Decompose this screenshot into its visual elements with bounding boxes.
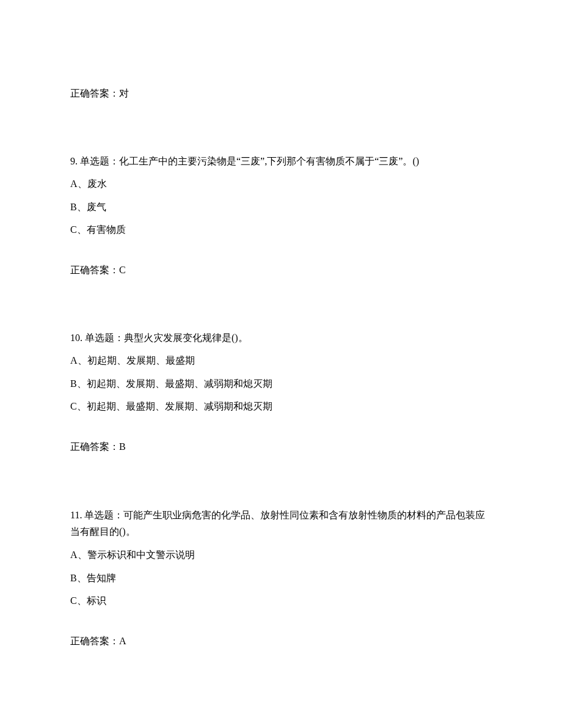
option-label: C、 bbox=[70, 224, 87, 235]
question-type: 单选题： bbox=[84, 510, 123, 520]
answer-value: B bbox=[119, 441, 126, 452]
option-label: A、 bbox=[70, 178, 87, 189]
option-text: 废水 bbox=[87, 178, 107, 189]
option-label: A、 bbox=[70, 355, 87, 366]
question-text: 10. 单选题：典型火灾发展变化规律是()。 bbox=[70, 330, 492, 346]
question-text: 9. 单选题：化工生产中的主要污染物是“三废”,下列那个有害物质不属于“三废”。… bbox=[70, 153, 492, 169]
option-text: 初起期、发展期、最盛期 bbox=[87, 355, 195, 366]
question-11: 11. 单选题：可能产生职业病危害的化学品、放射性同位素和含有放射性物质的材料的… bbox=[70, 507, 492, 649]
option-text: 有害物质 bbox=[87, 224, 126, 235]
question-9: 9. 单选题：化工生产中的主要污染物是“三废”,下列那个有害物质不属于“三废”。… bbox=[70, 153, 492, 278]
correct-answer: 正确答案：C bbox=[70, 262, 492, 278]
option-b: B、告知牌 bbox=[70, 570, 492, 586]
question-type: 单选题： bbox=[80, 156, 119, 166]
option-label: C、 bbox=[70, 401, 87, 411]
option-label: B、 bbox=[70, 202, 87, 212]
option-label: C、 bbox=[70, 595, 87, 606]
option-text: 告知牌 bbox=[87, 573, 116, 583]
question-content: 可能产生职业病危害的化学品、放射性同位素和含有放射性物质的材料的产品包装应当有醒… bbox=[70, 510, 485, 537]
question-content: 典型火灾发展变化规律是()。 bbox=[124, 333, 248, 343]
answer-value: C bbox=[119, 265, 126, 275]
question-number: 9. bbox=[70, 156, 78, 166]
option-text: 初起期、发展期、最盛期、减弱期和熄灭期 bbox=[87, 378, 272, 389]
question-content: 化工生产中的主要污染物是“三废”,下列那个有害物质不属于“三废”。() bbox=[119, 156, 419, 166]
option-c: C、有害物质 bbox=[70, 222, 492, 238]
option-label: B、 bbox=[70, 378, 87, 389]
option-c: C、初起期、最盛期、发展期、减弱期和熄灭期 bbox=[70, 399, 492, 414]
answer-label: 正确答案： bbox=[70, 265, 119, 275]
option-text: 标识 bbox=[87, 595, 106, 606]
option-label: A、 bbox=[70, 550, 87, 560]
option-a: A、废水 bbox=[70, 176, 492, 192]
question-number: 10. bbox=[70, 333, 82, 343]
previous-answer: 正确答案：对 bbox=[70, 86, 492, 101]
option-c: C、标识 bbox=[70, 593, 492, 609]
question-number: 11. bbox=[70, 510, 82, 520]
option-text: 警示标识和中文警示说明 bbox=[87, 550, 195, 560]
answer-label: 正确答案： bbox=[70, 441, 119, 452]
correct-answer: 正确答案：B bbox=[70, 439, 492, 455]
option-text: 废气 bbox=[87, 202, 106, 212]
option-a: A、初起期、发展期、最盛期 bbox=[70, 353, 492, 369]
prev-answer-text: 正确答案：对 bbox=[70, 88, 129, 98]
question-10: 10. 单选题：典型火灾发展变化规律是()。 A、初起期、发展期、最盛期 B、初… bbox=[70, 330, 492, 455]
answer-label: 正确答案： bbox=[70, 636, 119, 646]
question-text: 11. 单选题：可能产生职业病危害的化学品、放射性同位素和含有放射性物质的材料的… bbox=[70, 507, 492, 540]
answer-value: A bbox=[119, 636, 126, 646]
correct-answer: 正确答案：A bbox=[70, 633, 492, 649]
option-b: B、废气 bbox=[70, 199, 492, 215]
option-label: B、 bbox=[70, 573, 87, 583]
option-a: A、警示标识和中文警示说明 bbox=[70, 547, 492, 563]
option-b: B、初起期、发展期、最盛期、减弱期和熄灭期 bbox=[70, 376, 492, 392]
option-text: 初起期、最盛期、发展期、减弱期和熄灭期 bbox=[87, 401, 272, 411]
question-type: 单选题： bbox=[85, 333, 124, 343]
